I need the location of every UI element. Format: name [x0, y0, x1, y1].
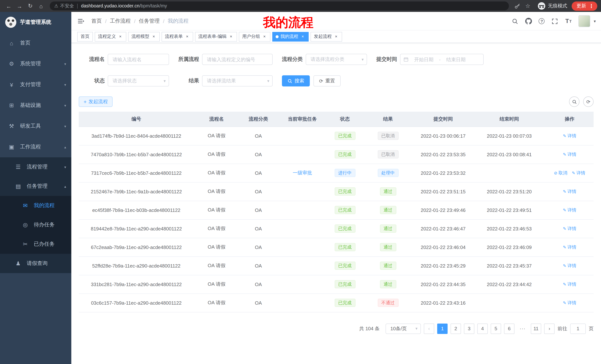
- fullscreen-icon[interactable]: [551, 18, 559, 25]
- pagination-page[interactable]: 6: [504, 323, 514, 334]
- cell-end-time: [473, 164, 546, 182]
- pagination-page[interactable]: 11: [531, 323, 541, 334]
- sidebar-item[interactable]: ✉我的流程: [0, 196, 71, 215]
- detail-link[interactable]: ✎详情: [563, 281, 576, 287]
- cancel-link[interactable]: ⊘取消: [554, 170, 567, 176]
- detail-link[interactable]: ✎详情: [563, 151, 576, 157]
- search-icon[interactable]: [511, 18, 519, 25]
- github-icon[interactable]: [525, 18, 532, 25]
- create-process-button[interactable]: + 发起流程: [79, 96, 112, 107]
- close-icon[interactable]: ×: [300, 34, 305, 39]
- tab[interactable]: 发起流程×: [311, 32, 342, 41]
- close-icon[interactable]: ×: [151, 34, 156, 39]
- address-bar[interactable]: ⚠ 不安全 dashboard.yudao.iocoder.cn/bpm/tas…: [50, 1, 509, 10]
- reset-button[interactable]: ⟳ 重置: [313, 75, 341, 86]
- close-icon[interactable]: ×: [334, 34, 339, 39]
- help-icon[interactable]: ?: [539, 18, 545, 24]
- row-category: OA: [255, 263, 262, 268]
- key-icon[interactable]: [513, 1, 522, 11]
- sidebar-item[interactable]: ⚒研发工具▾: [0, 116, 71, 136]
- pagination-page[interactable]: 5: [491, 323, 501, 334]
- detail-link[interactable]: ✎详情: [563, 262, 576, 269]
- bookmark-star-icon[interactable]: ☆: [523, 1, 533, 11]
- start-date-input[interactable]: [410, 57, 438, 62]
- browser-forward-icon[interactable]: →: [14, 1, 25, 11]
- tab[interactable]: 用户分组×: [239, 32, 270, 41]
- breadcrumb-item[interactable]: 工作流程: [110, 18, 131, 24]
- detail-link[interactable]: ✎详情: [563, 133, 576, 139]
- row-category: OA: [255, 189, 262, 194]
- submit-time-range-picker[interactable]: -: [400, 54, 484, 65]
- status-select[interactable]: 请选择状态 ▾: [108, 75, 169, 86]
- browser-menu-icon[interactable]: ⋮: [589, 3, 594, 9]
- tab[interactable]: 流程表单-编辑×: [195, 32, 237, 41]
- status-badge: 已完成: [334, 262, 355, 270]
- chevron-down-icon: ▾: [164, 78, 166, 83]
- incognito-badge: 无痕模式: [538, 2, 567, 10]
- close-icon[interactable]: ×: [185, 34, 190, 39]
- pagination-page[interactable]: 1: [437, 323, 448, 334]
- detail-link[interactable]: ✎详情: [563, 225, 576, 232]
- tab[interactable]: 流程定义×: [95, 32, 126, 41]
- page-size-select[interactable]: 10条/页 ▾: [386, 323, 421, 334]
- close-icon[interactable]: ×: [229, 34, 234, 39]
- tab[interactable]: 流程表单×: [161, 32, 193, 41]
- browser-back-icon[interactable]: ←: [4, 1, 14, 11]
- result-select[interactable]: 请选择流结果 ▾: [202, 75, 273, 86]
- category-select[interactable]: 请选择流程分类 ▾: [306, 54, 367, 65]
- sidebar-item[interactable]: ✂已办任务: [0, 234, 71, 254]
- hamburger-icon[interactable]: [77, 17, 85, 25]
- row-name: OA 请假: [208, 151, 225, 157]
- avatar[interactable]: [579, 15, 591, 27]
- sidebar-item[interactable]: ♟请假查询: [0, 254, 71, 273]
- process-name-input[interactable]: [108, 54, 169, 65]
- sidebar-item[interactable]: ⌂首页: [0, 33, 71, 53]
- close-icon[interactable]: ×: [262, 34, 267, 39]
- process-def-input[interactable]: [202, 54, 273, 65]
- submit-time-label: 提交时间: [376, 56, 397, 63]
- pagination-ellipsis[interactable]: ···: [517, 323, 528, 334]
- sidebar-item[interactable]: ◎待办任务: [0, 215, 71, 234]
- browser-home-icon[interactable]: ⌂: [36, 1, 46, 11]
- pagination-next[interactable]: ›: [544, 323, 555, 334]
- search-button[interactable]: 搜索: [282, 75, 310, 86]
- update-button[interactable]: 更新 ⋮: [572, 1, 597, 10]
- font-size-icon[interactable]: TT: [565, 18, 572, 25]
- detail-link[interactable]: ✎详情: [563, 244, 576, 250]
- current-task-link[interactable]: 一级审批: [293, 170, 312, 175]
- chevron-down-icon[interactable]: ▾: [594, 19, 596, 24]
- cell-name: OA 请假: [194, 238, 239, 256]
- table-refresh-icon[interactable]: ⟳: [583, 96, 594, 107]
- cell-status: 已完成: [327, 219, 362, 238]
- end-time: 2022-01-22 23:49:51: [487, 207, 531, 213]
- pagination-page[interactable]: 2: [451, 323, 461, 334]
- edit-icon: ✎: [563, 133, 566, 138]
- close-icon[interactable]: ×: [118, 34, 123, 39]
- pagination-prev[interactable]: ‹: [424, 323, 434, 334]
- sidebar-item[interactable]: ▣工作流程▴: [0, 136, 71, 157]
- sidebar-item[interactable]: ☰流程管理▾: [0, 157, 71, 177]
- goto-page-input[interactable]: [570, 323, 586, 334]
- user-icon: ♟: [14, 260, 22, 267]
- tab[interactable]: 我的流程×: [272, 32, 309, 41]
- end-date-input[interactable]: [442, 57, 470, 62]
- browser-refresh-icon[interactable]: ↻: [25, 1, 35, 11]
- detail-link[interactable]: ✎详情: [563, 207, 576, 213]
- pagination-page[interactable]: 4: [477, 323, 488, 334]
- table-search-icon[interactable]: [569, 96, 580, 107]
- url-host: dashboard.yudao.iocoder.cn: [81, 3, 140, 9]
- detail-link[interactable]: ✎详情: [572, 170, 585, 176]
- sidebar-item[interactable]: ▤任务管理▴: [0, 177, 71, 196]
- detail-link[interactable]: ✎详情: [563, 188, 576, 195]
- sidebar-item[interactable]: ¥支付管理▾: [0, 74, 71, 95]
- breadcrumb-item[interactable]: 任务管理: [139, 18, 160, 24]
- breadcrumb-item[interactable]: 首页: [91, 18, 102, 24]
- tab[interactable]: 流程模型×: [128, 32, 160, 41]
- tab[interactable]: 首页: [77, 32, 93, 41]
- sidebar-item[interactable]: ⊞基础设施▾: [0, 95, 71, 116]
- cell-end-time: 2022-01-23 00:08:41: [473, 145, 546, 164]
- row-id: 331bc281-7b9a-11ec-a290-acde48001122: [91, 281, 182, 287]
- detail-link[interactable]: ✎详情: [563, 300, 576, 306]
- sidebar-item[interactable]: ⚙系统管理▾: [0, 53, 71, 74]
- pagination-page[interactable]: 3: [464, 323, 474, 334]
